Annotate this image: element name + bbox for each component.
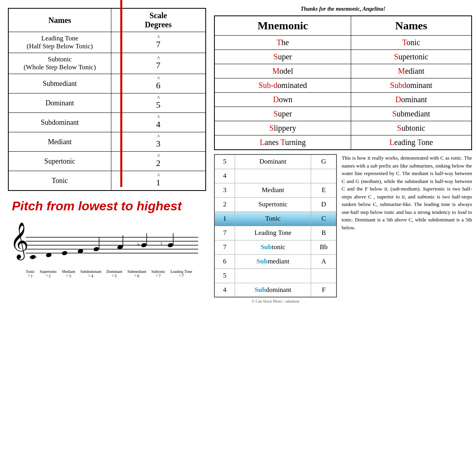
svg-point-10 — [61, 250, 68, 255]
row-name: Supertonic — [8, 152, 111, 171]
table-row: Subtonic(Whole Step Below Tonic) ^ 7 — [8, 53, 206, 74]
svg-point-8 — [30, 254, 36, 259]
note-letter: E — [311, 183, 336, 197]
bottom-section: 5 Dominant G 4 3 Mediant E — [214, 154, 472, 303]
table-row: Leading Tone(Half Step Below Tonic) ^ 7 — [8, 32, 206, 53]
svg-point-12 — [93, 246, 99, 252]
mnemonic-row-submediant: Super Submediant — [214, 107, 472, 121]
mnemonic-row-leading-tone: Lanes Turning Leading Tone — [214, 135, 472, 150]
notes-table: 5 Dominant G 4 3 Mediant E — [214, 154, 337, 297]
note-degree: 4 — [214, 169, 235, 183]
mnemonic-the: The — [214, 36, 351, 50]
treble-clef: 𝄞 — [10, 223, 29, 261]
row-degree: ^ 6 — [111, 74, 206, 93]
name-submediant: Submediant — [351, 107, 472, 121]
note-degree: 5 — [214, 154, 235, 169]
mnemonic-row-dominant: Down Dominant — [214, 93, 472, 107]
mnemonic-down: Down — [214, 93, 351, 107]
note-row-tonic1: 1 Tonic C — [214, 212, 336, 226]
mnemonic-super: Super — [214, 50, 351, 64]
note-letter: A — [311, 254, 336, 269]
row-name: Subdominant — [8, 113, 111, 132]
name-mediant: Mediant — [351, 64, 472, 78]
note-name: Supertonic — [235, 197, 311, 212]
svg-text:♭: ♭ — [137, 241, 140, 247]
note-row-mediant3: 3 Mediant E — [214, 183, 336, 197]
left-panel: Names ScaleDegrees Leading Tone(Half Ste… — [4, 4, 210, 278]
explanation-text: This is how it really works, demonstrate… — [337, 154, 472, 303]
note-row-subdominant4: 4 Subdominant F — [214, 283, 336, 297]
note-name: Subtonic — [235, 240, 311, 254]
row-name: Mediant — [8, 132, 111, 152]
table-row: Supertonic ^ 2 — [8, 152, 206, 171]
staff-label-subdominant: Subdominant ^ 4 — [80, 269, 101, 278]
mnemonic-sub-dominated: Sub-dominated — [214, 78, 351, 93]
note-letter — [311, 169, 336, 183]
note-degree: 7 — [214, 240, 235, 254]
mnemonic-row-subtonic: Slippery Subtonic — [214, 121, 472, 135]
staff-label-tonic: Tonic ^ 1 — [26, 269, 35, 278]
row-name: Tonic — [8, 171, 111, 191]
note-name — [235, 269, 311, 283]
names-header: Names — [8, 8, 111, 32]
pitch-from-lowest-label: Pitch from lowest to highest — [8, 199, 182, 213]
svg-text:♮: ♮ — [161, 241, 162, 246]
mnemonic-model: Model — [214, 64, 351, 78]
mnemonic-super2: Super — [214, 107, 351, 121]
note-degree: 2 — [214, 197, 235, 212]
thanks-note: Thanks for the mnemonic, Angelina! — [214, 6, 472, 12]
note-name: Submediant — [235, 254, 311, 269]
name-supertonic: Supertonic — [351, 50, 472, 64]
staff-label-supertonic: Supertonic ^ 2 — [40, 269, 57, 278]
note-name: Tonic — [235, 212, 311, 226]
note-letter: F — [311, 283, 336, 297]
row-name: Subtonic(Whole Step Below Tonic) — [8, 53, 111, 74]
staff-label-dominant: Dominant ^ 5 — [107, 269, 122, 278]
note-degree: 6 — [214, 254, 235, 269]
table-row: Dominant ^ 5 — [8, 93, 206, 113]
row-degree: ^ 3 — [111, 132, 206, 152]
note-row-5-empty: 5 — [214, 269, 336, 283]
staff-label-leading-tone: Leading Tone ^ 7 — [170, 269, 192, 278]
note-row-4-empty: 4 — [214, 169, 336, 183]
note-letter: Bb — [311, 240, 336, 254]
row-degree: ^ 1 — [111, 171, 206, 191]
table-row: Submediant ^ 6 — [8, 74, 206, 93]
table-row: Subdominant ^ 4 — [8, 113, 206, 132]
svg-point-17 — [141, 242, 147, 248]
row-degree: ^ 5 — [111, 93, 206, 113]
note-degree: 1 — [214, 212, 235, 226]
note-name: Mediant — [235, 183, 311, 197]
note-letter: C — [311, 212, 336, 226]
note-degree: 7 — [214, 226, 235, 240]
note-letter: D — [311, 197, 336, 212]
copyright-note: © Can Stock Photo / adamson — [214, 299, 337, 303]
staff-note-labels: Tonic ^ 1 Supertonic ^ 2 Mediant ^ 3 Sub… — [26, 269, 192, 278]
table-row: Mediant ^ 3 — [8, 132, 206, 152]
mnemonic-row-subdominant: Sub-dominated Subdominant — [214, 78, 472, 93]
mnemonic-table: Mnemonic Names The Tonic Super Supertoni… — [214, 15, 472, 150]
scale-degrees-table: Names ScaleDegrees Leading Tone(Half Ste… — [8, 8, 206, 191]
name-dominant: Dominant — [351, 93, 472, 107]
mnemonic-lanes-turning: Lanes Turning — [214, 135, 351, 150]
row-name: Submediant — [8, 74, 111, 93]
mnemonic-header: Mnemonic — [214, 16, 351, 36]
note-name: Leading Tone — [235, 226, 311, 240]
svg-point-20 — [167, 242, 174, 248]
row-name: Leading Tone(Half Step Below Tonic) — [8, 32, 111, 53]
note-row-subtonic7: 7 Subtonic Bb — [214, 240, 336, 254]
note-degree: 5 — [214, 269, 235, 283]
name-leading-tone: Leading Tone — [351, 135, 472, 150]
note-row-dominant5: 5 Dominant G — [214, 154, 336, 169]
note-row-submediant6: 6 Submediant A — [214, 254, 336, 269]
staff-svg: 𝄞 ♭ — [8, 219, 202, 267]
note-row-supertonic2: 2 Supertonic D — [214, 197, 336, 212]
note-name: Subdominant — [235, 283, 311, 297]
note-name: Dominant — [235, 154, 311, 169]
name-tonic: Tonic — [351, 36, 472, 50]
table-row: Tonic ^ 1 — [8, 171, 206, 191]
right-panel: Thanks for the mnemonic, Angelina! Mnemo… — [210, 4, 472, 303]
note-name — [235, 169, 311, 183]
mnemonic-slippery: Slippery — [214, 121, 351, 135]
staff-label-submediant: Submediant ^ 6 — [127, 269, 146, 278]
